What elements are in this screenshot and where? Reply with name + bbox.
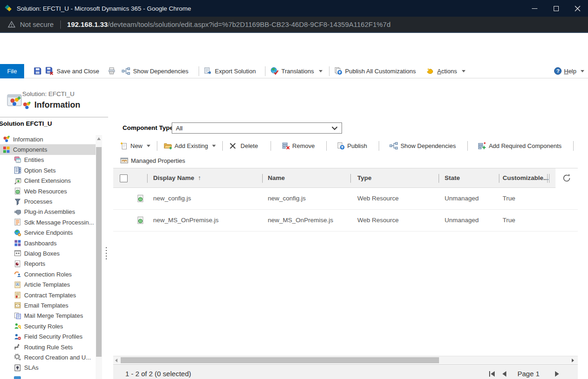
sidebar-item-entities[interactable]: Entities [0, 155, 96, 165]
select-all-checkbox[interactable] [120, 174, 128, 182]
components-grid: Display Name↑ Name Type State Customizab… [113, 168, 578, 231]
add-required-components-label: Add Required Components [489, 142, 562, 149]
sidebar-item-label: Contract Templates [24, 292, 76, 299]
previous-page-button[interactable] [501, 371, 507, 379]
close-button[interactable] [567, 0, 588, 17]
url-divider [60, 20, 61, 29]
scroll-left-arrow-icon[interactable] [115, 359, 117, 362]
sidebar-item-label: Sdk Message Processin... [24, 219, 94, 226]
remove-button[interactable]: Remove [278, 142, 319, 149]
main-content: Component Type All New Add Existing Dele… [113, 117, 588, 379]
maximize-icon [554, 6, 559, 11]
column-name[interactable]: Name [268, 174, 285, 181]
sidebar-item-connection-roles[interactable]: Connection Roles [0, 269, 96, 279]
sidebar-item-dashboards[interactable]: Dashboards [0, 238, 96, 248]
dashboards-icon [14, 239, 21, 247]
sidebar-item-label: Plug-in Assemblies [24, 208, 75, 215]
cell-display-name[interactable]: new_MS_OnPremise.js [153, 217, 219, 224]
component-type-select[interactable]: All [172, 122, 342, 134]
grid-show-dependencies-button[interactable]: Show Dependencies [385, 142, 460, 150]
toolbar-separator [199, 66, 199, 76]
maximize-button[interactable] [545, 0, 567, 17]
publish-button[interactable]: Publish [333, 142, 371, 150]
component-type-value: All [176, 125, 182, 132]
column-display-name[interactable]: Display Name↑ [153, 174, 201, 181]
sidebar-item-contract-templates[interactable]: Contract Templates [0, 290, 96, 300]
publish-all-customizations-button[interactable]: Publish All Customizations [334, 67, 416, 75]
column-customizable[interactable]: Customizable... [503, 174, 549, 181]
sidebar-tree: Information Components Entities Option S… [0, 134, 96, 373]
cell-display-name[interactable]: new_config.js [153, 195, 191, 202]
sidebar-item-label: Information [13, 136, 43, 143]
new-button[interactable]: New [116, 142, 155, 150]
sidebar-item-slas[interactable]: SLAs [0, 363, 96, 373]
show-dependencies-button[interactable]: Show Dependencies [122, 67, 188, 75]
grid-toolbar: New Add Existing Delete Remove Publish S… [116, 139, 576, 153]
export-solution-label: Export Solution [215, 68, 256, 75]
actions-button[interactable]: Actions [426, 67, 465, 75]
next-page-button[interactable] [554, 371, 560, 379]
help-button[interactable]: ? Help [554, 67, 584, 75]
print-button[interactable] [108, 67, 116, 75]
scroll-right-arrow-icon[interactable] [572, 359, 574, 362]
sidebar-item-reports[interactable]: Reports [0, 259, 96, 269]
save-icon [33, 67, 42, 75]
add-existing-button[interactable]: Add Existing [160, 142, 220, 150]
table-row[interactable]: new_MS_OnPremise.js new_MS_OnPremise.js … [113, 210, 578, 231]
first-page-button[interactable] [488, 371, 496, 379]
refresh-button[interactable] [556, 168, 578, 188]
show-dependencies-label: Show Dependencies [133, 68, 188, 75]
sidebar-item-processes[interactable]: Processes [0, 196, 96, 206]
sidebar-item-security-roles[interactable]: Security Roles [0, 321, 96, 331]
delete-button[interactable]: Delete [225, 142, 262, 149]
file-menu-button[interactable]: File [0, 64, 24, 78]
actions-icon [426, 67, 434, 75]
url-text[interactable]: 192.168.1.33/devteam/tools/solution/edit… [67, 20, 391, 28]
sidebar-item-web-resources[interactable]: Web Resources [0, 186, 96, 196]
sidebar-splitter-handle[interactable] [106, 247, 107, 259]
address-bar[interactable]: Not secure 192.168.1.33/devteam/tools/so… [0, 17, 588, 33]
sidebar-item-article-templates[interactable]: Article Templates [0, 279, 96, 289]
add-required-components-button[interactable]: Add Required Components [474, 142, 566, 150]
export-solution-button[interactable]: Export Solution [204, 67, 256, 75]
add-required-components-icon [478, 142, 486, 150]
sidebar-item-mail-merge-templates[interactable]: Mail Merge Templates [0, 311, 96, 321]
sidebar-item-field-security-profiles[interactable]: Field Security Profiles [0, 331, 96, 341]
publish-icon [337, 142, 345, 150]
managed-properties-button[interactable]: Managed Properties [116, 157, 189, 164]
sidebar-item-email-templates[interactable]: Email Templates [0, 300, 96, 310]
add-existing-icon [164, 142, 172, 150]
help-icon: ? [554, 67, 562, 75]
sidebar-item-routing-rule-sets[interactable]: Routing Rule Sets [0, 342, 96, 352]
sidebar-scrollbar[interactable] [96, 135, 102, 379]
sidebar-item-components[interactable]: Components [0, 144, 96, 154]
grid-header: Display Name↑ Name Type State Customizab… [113, 168, 578, 188]
translations-button[interactable]: Translations [270, 67, 322, 75]
sidebar-item-label: Dashboards [24, 240, 57, 247]
sidebar-item-option-sets[interactable]: Option Sets [0, 165, 96, 175]
sidebar-item-dialog-boxes[interactable]: Dialog Boxes [0, 248, 96, 258]
components-icon [3, 146, 10, 154]
sidebar-scrollbar-thumb[interactable] [96, 147, 102, 357]
save-button[interactable] [33, 67, 42, 75]
translations-dropdown-caret [319, 70, 323, 72]
page-title: Information [34, 100, 80, 110]
sidebar-item-plugin-assemblies[interactable]: Plug-in Assemblies [0, 207, 96, 217]
table-row[interactable]: new_config.js new_config.js Web Resource… [113, 188, 578, 210]
horizontal-scrollbar-thumb[interactable] [121, 357, 439, 364]
column-type[interactable]: Type [357, 174, 372, 181]
actions-label: Actions [437, 68, 457, 75]
sidebar-item-service-endpoints[interactable]: Service Endpoints [0, 228, 96, 238]
sidebar-item-information[interactable]: Information [0, 134, 96, 144]
horizontal-scrollbar[interactable] [113, 356, 578, 364]
sidebar-item-client-extensions[interactable]: Client Extensions [0, 176, 96, 186]
record-count: 1 - 2 of 2 (0 selected) [125, 370, 191, 378]
minimize-button[interactable] [524, 0, 545, 17]
column-state[interactable]: State [445, 174, 460, 181]
scrollbar-up-arrow-icon[interactable] [96, 135, 102, 142]
sidebar-item-label: Email Templates [24, 302, 68, 309]
page-header: Solution: EFCTI_U Information [0, 78, 588, 117]
sidebar-item-record-creation[interactable]: Record Creation and U... [0, 352, 96, 362]
sidebar-item-sdk-message-processing[interactable]: Sdk Message Processin... [0, 217, 96, 227]
save-and-close-button[interactable]: Save and Close [45, 67, 99, 75]
